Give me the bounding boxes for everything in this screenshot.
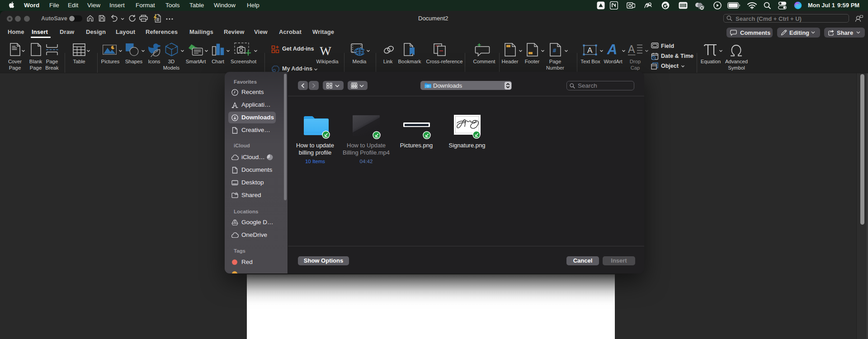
svg-text:A: A bbox=[607, 42, 617, 56]
svg-text:A: A bbox=[628, 43, 635, 55]
svg-text:#: # bbox=[553, 47, 557, 54]
svg-text:A: A bbox=[587, 46, 593, 55]
